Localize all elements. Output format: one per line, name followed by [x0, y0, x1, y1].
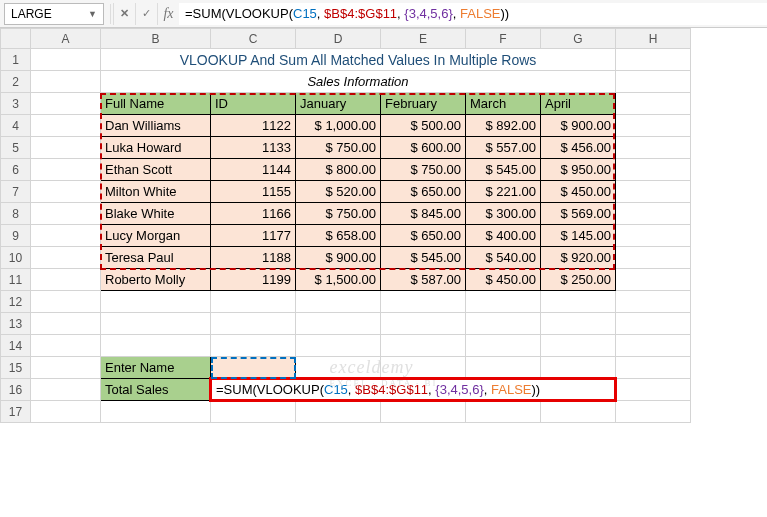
- col-header[interactable]: F: [466, 29, 541, 49]
- active-formula-cell[interactable]: =SUM(VLOOKUP(C15, $B$4:$G$11, {3,4,5,6},…: [211, 379, 616, 401]
- data-cell[interactable]: Blake White: [101, 203, 211, 225]
- data-cell[interactable]: Lucy Morgan: [101, 225, 211, 247]
- data-cell[interactable]: $ 540.00: [466, 247, 541, 269]
- col-header[interactable]: G: [541, 29, 616, 49]
- data-cell[interactable]: $ 557.00: [466, 137, 541, 159]
- table-header[interactable]: Full Name: [101, 93, 211, 115]
- data-cell[interactable]: $ 800.00: [296, 159, 381, 181]
- row-header[interactable]: 2: [1, 71, 31, 93]
- table-header[interactable]: January: [296, 93, 381, 115]
- data-cell[interactable]: $ 950.00: [541, 159, 616, 181]
- row-header[interactable]: 7: [1, 181, 31, 203]
- data-cell[interactable]: $ 450.00: [466, 269, 541, 291]
- data-cell[interactable]: $ 750.00: [296, 203, 381, 225]
- data-cell[interactable]: $ 900.00: [541, 115, 616, 137]
- row-header[interactable]: 6: [1, 159, 31, 181]
- data-cell[interactable]: $ 650.00: [381, 225, 466, 247]
- data-cell[interactable]: $ 650.00: [381, 181, 466, 203]
- col-header[interactable]: A: [31, 29, 101, 49]
- cancel-button[interactable]: ✕: [113, 3, 135, 25]
- row-header[interactable]: 9: [1, 225, 31, 247]
- data-cell[interactable]: $ 1,000.00: [296, 115, 381, 137]
- formula-text: =SUM(VLOOKUP(C15, $B$4:$G$11, {3,4,5,6},…: [185, 6, 509, 21]
- data-cell[interactable]: 1188: [211, 247, 296, 269]
- data-cell[interactable]: Milton White: [101, 181, 211, 203]
- fx-button[interactable]: fx: [157, 3, 179, 25]
- data-cell[interactable]: 1199: [211, 269, 296, 291]
- data-cell[interactable]: $ 450.00: [541, 181, 616, 203]
- row-header[interactable]: 13: [1, 313, 31, 335]
- table-header[interactable]: ID: [211, 93, 296, 115]
- col-header[interactable]: D: [296, 29, 381, 49]
- enter-name-cell[interactable]: [211, 357, 296, 379]
- name-box-dropdown-icon[interactable]: ▼: [88, 9, 97, 19]
- col-header[interactable]: C: [211, 29, 296, 49]
- row-header[interactable]: 3: [1, 93, 31, 115]
- data-cell[interactable]: $ 845.00: [381, 203, 466, 225]
- select-all-cell[interactable]: [1, 29, 31, 49]
- row-header[interactable]: 17: [1, 401, 31, 423]
- row-header[interactable]: 11: [1, 269, 31, 291]
- data-cell[interactable]: $ 750.00: [296, 137, 381, 159]
- data-cell[interactable]: 1133: [211, 137, 296, 159]
- data-cell[interactable]: $ 892.00: [466, 115, 541, 137]
- row-header[interactable]: 8: [1, 203, 31, 225]
- data-cell[interactable]: $ 500.00: [381, 115, 466, 137]
- data-cell[interactable]: $ 221.00: [466, 181, 541, 203]
- data-cell[interactable]: $ 587.00: [381, 269, 466, 291]
- row-header[interactable]: 14: [1, 335, 31, 357]
- data-cell[interactable]: Luka Howard: [101, 137, 211, 159]
- row-header[interactable]: 16: [1, 379, 31, 401]
- row-header[interactable]: 4: [1, 115, 31, 137]
- data-cell[interactable]: $ 600.00: [381, 137, 466, 159]
- row-header[interactable]: 12: [1, 291, 31, 313]
- data-cell[interactable]: Roberto Molly: [101, 269, 211, 291]
- data-cell[interactable]: Ethan Scott: [101, 159, 211, 181]
- data-cell[interactable]: 1166: [211, 203, 296, 225]
- row-header[interactable]: 15: [1, 357, 31, 379]
- subtitle: Sales Information: [101, 71, 616, 93]
- data-cell[interactable]: $ 145.00: [541, 225, 616, 247]
- table-header[interactable]: February: [381, 93, 466, 115]
- formula-bar: LARGE ▼ ✕ ✓ fx =SUM(VLOOKUP(C15, $B$4:$G…: [0, 0, 767, 28]
- name-box-value: LARGE: [11, 7, 52, 21]
- data-cell[interactable]: $ 300.00: [466, 203, 541, 225]
- data-cell[interactable]: $ 545.00: [381, 247, 466, 269]
- data-cell[interactable]: $ 569.00: [541, 203, 616, 225]
- data-cell[interactable]: 1122: [211, 115, 296, 137]
- col-header[interactable]: H: [616, 29, 691, 49]
- row-header[interactable]: 10: [1, 247, 31, 269]
- formula-input[interactable]: =SUM(VLOOKUP(C15, $B$4:$G$11, {3,4,5,6},…: [179, 3, 767, 25]
- data-cell[interactable]: $ 545.00: [466, 159, 541, 181]
- data-cell[interactable]: $ 400.00: [466, 225, 541, 247]
- col-header[interactable]: E: [381, 29, 466, 49]
- table-header[interactable]: April: [541, 93, 616, 115]
- name-box[interactable]: LARGE ▼: [4, 3, 104, 25]
- data-cell[interactable]: 1155: [211, 181, 296, 203]
- data-cell[interactable]: $ 920.00: [541, 247, 616, 269]
- data-cell[interactable]: $ 250.00: [541, 269, 616, 291]
- data-cell[interactable]: $ 1,500.00: [296, 269, 381, 291]
- data-cell[interactable]: 1144: [211, 159, 296, 181]
- data-cell[interactable]: $ 456.00: [541, 137, 616, 159]
- data-cell[interactable]: 1177: [211, 225, 296, 247]
- data-cell[interactable]: $ 750.00: [381, 159, 466, 181]
- column-headers: A B C D E F G H: [1, 29, 691, 49]
- row-header[interactable]: 1: [1, 49, 31, 71]
- cell-formula-text: =SUM(VLOOKUP(C15, $B$4:$G$11, {3,4,5,6},…: [216, 382, 540, 397]
- enter-button[interactable]: ✓: [135, 3, 157, 25]
- data-cell[interactable]: $ 520.00: [296, 181, 381, 203]
- col-header[interactable]: B: [101, 29, 211, 49]
- row-header[interactable]: 5: [1, 137, 31, 159]
- data-cell[interactable]: Teresa Paul: [101, 247, 211, 269]
- total-sales-label[interactable]: Total Sales: [101, 379, 211, 401]
- table-header[interactable]: March: [466, 93, 541, 115]
- page-title: VLOOKUP And Sum All Matched Values In Mu…: [101, 49, 616, 71]
- spreadsheet-grid[interactable]: A B C D E F G H 1 VLOOKUP And Sum All Ma…: [0, 28, 767, 423]
- data-cell[interactable]: $ 658.00: [296, 225, 381, 247]
- data-cell[interactable]: $ 900.00: [296, 247, 381, 269]
- enter-name-label[interactable]: Enter Name: [101, 357, 211, 379]
- data-cell[interactable]: Dan Williams: [101, 115, 211, 137]
